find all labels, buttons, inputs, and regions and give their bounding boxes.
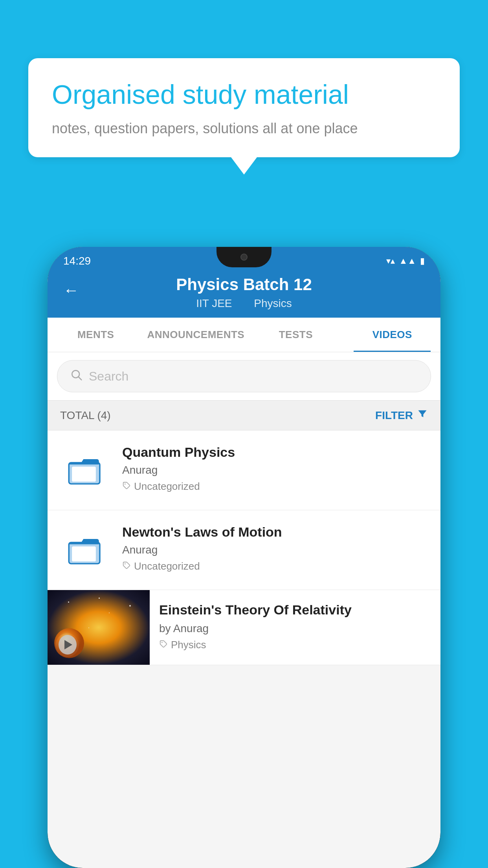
back-button[interactable]: ←: [63, 281, 79, 299]
tag-icon: [122, 480, 131, 493]
camera-lens: [240, 254, 248, 261]
search-placeholder: Search: [89, 369, 128, 384]
speech-bubble-container: Organised study material notes, question…: [28, 58, 460, 157]
tab-tests[interactable]: TESTS: [248, 318, 344, 352]
video-tag: Uncategorized: [122, 560, 428, 572]
tag-icon: [159, 639, 168, 651]
status-bar: 14:29 ▾▴ ▲▲ ▮: [48, 247, 440, 275]
video-list: Quantum Physics Anurag Uncategorized: [48, 430, 440, 665]
svg-rect-6: [72, 546, 96, 562]
tabs-bar: MENTS ANNOUNCEMENTS TESTS VIDEOS: [48, 318, 440, 352]
search-bar[interactable]: Search: [57, 360, 431, 392]
list-item[interactable]: Quantum Physics Anurag Uncategorized: [48, 430, 440, 510]
video-tag: Uncategorized: [122, 480, 428, 493]
batch-subject: Physics: [254, 297, 292, 309]
video-tag: Physics: [159, 639, 431, 651]
total-count: TOTAL (4): [60, 409, 111, 422]
list-item[interactable]: Newton's Laws of Motion Anurag Uncategor…: [48, 510, 440, 590]
status-icons: ▾▴ ▲▲ ▮: [386, 256, 425, 266]
video-author: Anurag: [122, 544, 428, 556]
battery-icon: ▮: [420, 256, 425, 266]
tab-videos[interactable]: VIDEOS: [344, 318, 440, 352]
bubble-title: Organised study material: [52, 79, 436, 111]
video-info: Einstein's Theory Of Relativity by Anura…: [150, 590, 440, 662]
svg-line-1: [79, 377, 81, 380]
filter-button[interactable]: FILTER: [375, 408, 428, 422]
tab-ments[interactable]: MENTS: [48, 318, 144, 352]
status-time: 14:29: [63, 255, 91, 267]
batch-category: IIT JEE: [196, 297, 232, 309]
video-title: Newton's Laws of Motion: [122, 524, 428, 540]
search-icon: [70, 368, 83, 384]
svg-point-9: [161, 642, 163, 643]
video-info: Quantum Physics Anurag Uncategorized: [122, 445, 428, 493]
filter-bar: TOTAL (4) FILTER: [48, 401, 440, 430]
phone-screen: 14:29 ▾▴ ▲▲ ▮ ← Physics Batch 12 IIT JEE…: [48, 247, 440, 868]
video-info: Newton's Laws of Motion Anurag Uncategor…: [122, 524, 428, 572]
folder-thumbnail: [60, 445, 111, 496]
tag-icon: [122, 560, 131, 572]
phone-frame: 14:29 ▾▴ ▲▲ ▮ ← Physics Batch 12 IIT JEE…: [48, 247, 440, 868]
video-author: Anurag: [122, 464, 428, 476]
svg-rect-3: [72, 466, 96, 482]
filter-funnel-icon: [417, 408, 428, 422]
batch-subtitle: IIT JEE Physics: [63, 297, 425, 310]
svg-point-4: [125, 484, 126, 485]
wifi-icon: ▾▴: [386, 256, 395, 266]
signal-icon: ▲▲: [399, 256, 416, 266]
video-title: Einstein's Theory Of Relativity: [159, 601, 431, 618]
phone-notch: [216, 247, 272, 267]
folder-thumbnail: [60, 524, 111, 576]
tab-announcements[interactable]: ANNOUNCEMENTS: [144, 318, 248, 352]
video-author: by Anurag: [159, 622, 431, 635]
search-container: Search: [48, 352, 440, 401]
video-preview-thumbnail: [48, 590, 150, 665]
bubble-subtitle: notes, question papers, solutions all at…: [52, 120, 436, 137]
video-title: Quantum Physics: [122, 445, 428, 460]
speech-bubble: Organised study material notes, question…: [28, 58, 460, 157]
svg-point-7: [125, 563, 126, 565]
play-button[interactable]: [59, 636, 77, 654]
list-item[interactable]: Einstein's Theory Of Relativity by Anura…: [48, 590, 440, 665]
batch-title: Physics Batch 12: [63, 275, 425, 294]
